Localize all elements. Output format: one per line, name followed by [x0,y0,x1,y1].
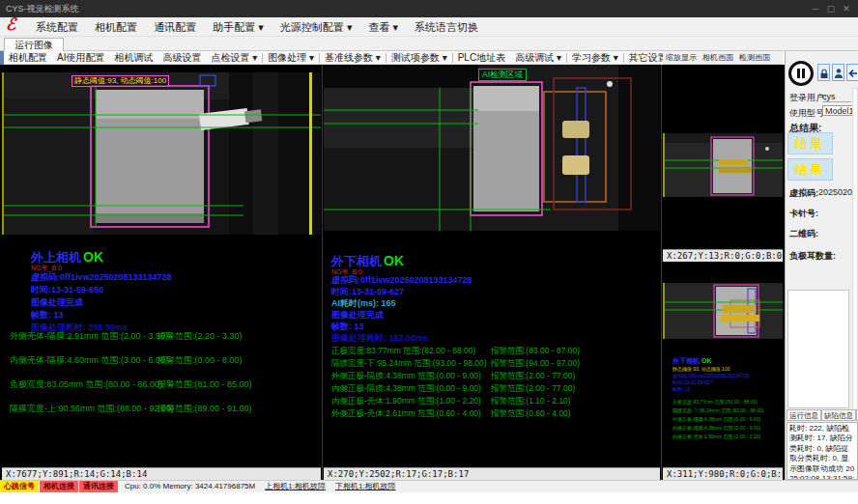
login-user-label: 登录用户: [789,92,827,104]
tool-image-processing[interactable]: 图像处理 ▾ [263,51,319,65]
camera-photo-lower [324,65,660,231]
menu-bar: ℰ 系统配置 相机配置 通讯配置 助手配置 ▾ 光源控制配置 ▾ 查看 ▾ 系统… [0,17,858,37]
virtual-code-label: 虚拟码: [789,187,818,200]
process-time-line: 图像处理耗时: 182.00ms [331,332,428,345]
menu-light-control[interactable]: 光源控制配置 ▾ [273,17,359,37]
tool-baseline-params[interactable]: 基准线参数 ▾ [320,51,386,65]
camera-panel-lower[interactable]: AI检测区域 外下相机OK NG率_B:0 虚拟码:0ff1ivw2025020… [324,65,660,480]
mini-measurement-row: 内侧正极-隔膜:4.38mm 范围:(0.00 - 9.00) [672,425,760,431]
measurement-row: 正极宽度:83.77mm 范围:(82.00 - 88.00)报警范围:(83.… [331,346,660,357]
tool-camera-config[interactable]: 相机配置 [4,51,52,65]
tab-run-info[interactable]: 运行信息 [786,409,821,421]
tool-learning-params[interactable]: 学习参数 ▾ [567,51,623,65]
threshold-label: 静态阈值:93, 动态阈值:100 [72,75,169,87]
measurement-row: 隔膜宽度-上:90.56mm 范围:(88.00 - 92.00)报警范围:(8… [10,403,319,415]
mini-camera-title: 外下相机 OK [672,356,711,366]
time-line: 时间:13-31-59-650 [31,284,103,296]
comm-connect-badge: 通讯连接 [79,481,118,492]
result-box-1: 结果 [787,132,833,154]
mini-frames-line: 帧数: 13 [672,386,690,392]
mini-code-line: 虚拟码:0ff1ivw20250208133134728 [672,373,749,378]
pixel-coordinate-bar: X:7677;Y:891;R:14;G:14;B:14 [2,467,321,480]
measurement-row: 内侧正极-隔膜:4.38mm 范围:(0.00 - 9.00)报警范围:(2.0… [331,383,660,395]
menu-assistant-config[interactable]: 助手配置 ▾ [206,17,271,37]
camera-connect-badge: 相机连接 [40,481,78,492]
heartbeat-badge: 心跳信号 [0,481,39,492]
pixel-coordinate-bar: X:267;Y:13;R:0;G:0;B:0 [663,249,783,262]
sidebar: 登录用户: cys 使用型号: Model1 总结果: 结果 结果 虚拟码: 2… [785,51,858,480]
mini-measurement-row: 正极宽度:83.77mm 范围:(82.00 - 88.00) [672,399,758,405]
mini-threshold-line: 静态阈值:93, 动态阈值:100 [672,366,729,372]
back-button[interactable] [846,64,858,81]
lock-icon [819,68,829,79]
cpu-memory-text: Cpu: 0.0% Memory: 3424.41796875M [125,482,255,490]
tool-advanced-debug[interactable]: 高级调试 ▾ [510,51,566,65]
tool-plc-table[interactable]: PLC地址表 [453,51,510,65]
tab-strip: 运行图像 [0,37,858,51]
mini-measurement-row: 内侧正极-壳体:1.90mm 范围:(1.00 - 2.20) [672,434,760,439]
measurement-row: 内侧壳体-隔膜:4.60mm 范围:(3.00 - 6.00)报警范围:(0.0… [10,354,319,367]
lock-button[interactable] [817,64,830,81]
back-arrow-icon [847,68,858,79]
process-done-line: 图像处理完成 [31,296,83,309]
menu-camera-config[interactable]: 相机配置 [88,17,144,37]
tab-run-image[interactable]: 运行图像 [4,38,64,51]
preview-zoom-label[interactable]: 缩放显示 [663,53,700,62]
measurement-row: 隔膜宽度-下:95.24mm 范围:(93.00 - 98.00)报警范围:(9… [331,358,660,370]
mini-measurement-row: 隔膜宽度-下:95.24mm 范围:(93.00 - 98.00) [672,407,763,413]
camera-image-upper[interactable]: 静态阈值:93, 动态阈值:100 [2,72,321,235]
frame-count-line: 帧数: 13 [31,309,64,322]
tool-camera-debug[interactable]: 相机调试 [109,51,157,65]
panel-separator [661,65,662,480]
user-icon [834,68,844,79]
measurement-row: 外侧正极-隔膜:4.38mm 范围:(0.00 - 9.00)报警范围:(2.0… [331,371,660,382]
status-ok: OK [384,253,404,268]
info-tabs: 运行信息缺陷信息统计信息 [786,409,858,422]
minimize-icon[interactable]: ─ [808,0,823,17]
menu-language-switch[interactable]: 系统语言切换 [408,17,485,37]
menu-comm-config[interactable]: 通讯配置 [147,17,203,37]
close-icon[interactable]: ✕ [839,0,854,17]
tab-defect-info[interactable]: 缺陷信息 [821,409,856,421]
user-button[interactable] [832,64,844,81]
title-bar: CYS-视觉检测系统 ─▢✕ [0,0,858,17]
maximize-icon[interactable]: ▢ [823,0,839,17]
toolbar: 相机配置AI使用配置相机调试高级设置点检设置 ▾图像处理 ▾基准线参数 ▾测试项… [0,51,661,65]
measurement-row: 内侧正极-壳体:1.90mm 范围:(1.00 - 2.20)报警范围:(1.1… [331,396,660,407]
run-log-text: 耗时: 222, 缺陷检测耗时: 17, 缺陷分类耗时: 0, 缺陷提取分类耗时… [789,424,854,480]
neg-tab-count-label: 负极耳数量: [789,250,836,263]
mini-measurement-row: 外侧正极-隔膜:4.38mm 范围:(0.00 - 9.00) [672,416,760,422]
preview-panel-top[interactable]: X:267;Y:13;R:0;G:0;B:0 [663,68,783,262]
mini-time-line: 时间:13-31-59-627 [672,379,712,385]
pixel-coordinate-bar: X:311;Y:980;R:0;G:0;B:0 [663,467,783,480]
camera-panel-upper[interactable]: 静态阈值:93, 动态阈值:100 外上相机OK NG率_B:0 虚拟码:0ff… [2,72,321,480]
pixel-coordinate-bar: X:270;Y:2502;R:17;G:17;B:17 [324,467,660,480]
ai-region-label: AI检测区域 [478,69,527,81]
bottom-strip [0,492,858,504]
panel-separator [322,65,323,480]
pin-number-label: 卡针号: [789,208,818,220]
tool-test-params[interactable]: 测试项参数 ▾ [386,51,452,65]
camera-image-lower[interactable]: AI检测区域 [324,65,660,231]
tool-spot-check[interactable]: 点检设置 ▾ [206,51,262,65]
run-log-box[interactable]: 耗时: 222, 缺陷检测耗时: 17, 缺陷分类耗时: 0, 缺陷提取分类耗时… [786,422,858,480]
login-user-value[interactable]: cys [822,92,851,102]
tool-ai-config[interactable]: AI使用配置 [52,51,109,65]
preview-panel-bottom[interactable]: 外下相机 OK 静态阈值:93, 动态阈值:100 虚拟码:0ff1ivw202… [663,273,783,480]
menu-system-config[interactable]: 系统配置 [29,17,85,37]
measurement-row: 外侧正极-壳体:2.61mm 范围:(0.60 - 4.00)报警范围:(0.6… [331,408,660,420]
virtual-code-line: 虚拟码:0ff1ivw20250208133134728 [31,271,172,284]
preview-detect-view-label[interactable]: 检测画面 [736,53,773,62]
qr-code-label: 二维码: [789,228,818,240]
tool-advanced-settings[interactable]: 高级设置 [157,51,206,65]
result-box-2: 结果 [787,158,833,181]
status-ok: OK [83,249,103,265]
app-window: CYS-视觉检测系统 ─▢✕ ℰ 系统配置 相机配置 通讯配置 助手配置 ▾ 光… [0,0,858,504]
pause-button[interactable] [788,61,814,86]
app-logo-icon: ℰ [6,15,15,35]
window-title: CYS-视觉检测系统 [6,4,79,14]
status-bar: 心跳信号相机连接通讯连接Cpu: 0.0% Memory: 3424.41796… [0,480,858,492]
preview-camera-view-label[interactable]: 相机画面 [700,53,736,62]
result-list-box[interactable] [787,290,849,408]
menu-view[interactable]: 查看 ▾ [361,17,405,37]
